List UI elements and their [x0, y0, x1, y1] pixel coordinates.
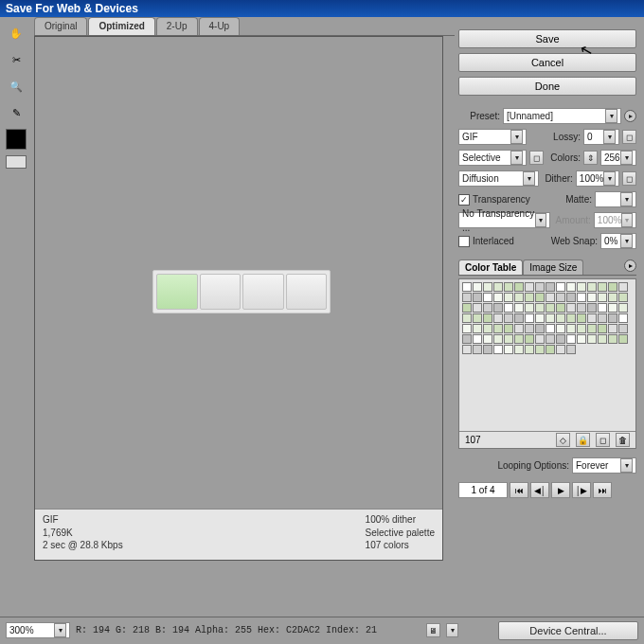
window-title: Save For Web & Devices	[0, 0, 644, 17]
cancel-button[interactable]: Cancel	[458, 53, 636, 72]
transparency-checkbox[interactable]: ✓	[458, 194, 470, 206]
looping-select[interactable]: Forever▾	[572, 457, 636, 474]
diffusion-select[interactable]: Diffusion▾	[458, 170, 539, 187]
websnap-input[interactable]: 0%▾	[600, 233, 636, 249]
dither-mask-icon[interactable]: ◻	[622, 171, 636, 186]
play-button[interactable]: ▶	[551, 482, 570, 498]
ct-lock-icon[interactable]: 🔒	[576, 433, 590, 447]
slice-tool-icon[interactable]: ✂	[6, 49, 27, 70]
lossy-mask-icon[interactable]: ◻	[622, 130, 636, 144]
websnap-label: Web Snap:	[551, 236, 598, 246]
tab-optimized[interactable]: Optimized	[88, 17, 154, 35]
save-button[interactable]: Save	[458, 29, 636, 48]
dither-label: Dither:	[545, 173, 572, 184]
foreground-color-swatch[interactable]	[6, 129, 27, 150]
status-format: GIF	[43, 513, 123, 527]
tab-4up[interactable]: 4-Up	[199, 17, 241, 35]
color-table-menu-icon[interactable]: ▸	[624, 259, 636, 272]
transparency-label: Transparency	[473, 194, 530, 205]
ct-new-icon[interactable]: ◻	[596, 433, 610, 447]
matte-label: Matte:	[565, 194, 592, 205]
preset-label: Preset:	[458, 111, 500, 121]
ct-websafe-icon[interactable]: ◇	[556, 433, 570, 447]
colors-stepper[interactable]: ⇕	[583, 151, 598, 165]
tab-image-size[interactable]: Image Size	[523, 259, 583, 275]
eyedropper-tool-icon[interactable]: ✎	[6, 102, 27, 123]
looping-label: Looping Options:	[497, 460, 569, 471]
status-palette: Selective palette	[366, 527, 435, 540]
preset-select[interactable]: [Unnamed]▾	[503, 108, 621, 124]
amount-label: Amount:	[556, 215, 591, 225]
first-frame-button[interactable]: ⏮	[510, 482, 528, 498]
status-size: 1,769K	[43, 527, 123, 540]
tab-color-table[interactable]: Color Table	[458, 259, 523, 275]
status-colors: 107 colors	[366, 539, 435, 552]
lossy-label: Lossy:	[553, 132, 581, 142]
preview-browser-menu[interactable]: ▾	[446, 623, 458, 637]
prev-frame-button[interactable]: ◀│	[530, 482, 549, 498]
color-count: 107	[465, 435, 481, 445]
frame-counter: 1 of 4	[458, 482, 508, 498]
amount-input: 100%▾	[594, 212, 636, 228]
format-select[interactable]: GIF▾	[458, 129, 527, 145]
reduction-mask-icon[interactable]: ◻	[529, 151, 544, 165]
colors-input[interactable]: 256▾	[600, 150, 636, 166]
device-central-button[interactable]: Device Central...	[498, 621, 638, 640]
lossy-input[interactable]: 0▾	[583, 129, 619, 145]
reduction-select[interactable]: Selective▾	[458, 150, 527, 166]
preview-tabs: Original Optimized 2-Up 4-Up	[34, 17, 455, 36]
preview-image	[152, 270, 331, 313]
status-time: 2 sec @ 28.8 Kbps	[43, 539, 123, 552]
last-frame-button[interactable]: ⏭	[593, 482, 612, 498]
preset-menu-icon[interactable]: ▸	[624, 110, 636, 122]
ct-trash-icon[interactable]: 🗑	[616, 433, 630, 447]
done-button[interactable]: Done	[458, 77, 636, 96]
tab-2up[interactable]: 2-Up	[156, 17, 198, 35]
dither-input[interactable]: 100%▾	[576, 170, 619, 187]
zoom-select[interactable]: 300%▾	[6, 622, 70, 638]
preview-browser-icon[interactable]: 🖥	[426, 623, 440, 637]
matte-select[interactable]: ▾	[595, 191, 636, 207]
colors-label: Colors:	[550, 152, 581, 163]
zoom-tool-icon[interactable]: 🔍	[6, 76, 27, 97]
status-dither: 100% dither	[366, 513, 435, 527]
toggle-slices-icon[interactable]	[6, 155, 27, 169]
color-table[interactable]: 107 ◇ 🔒 ◻ 🗑	[458, 278, 636, 449]
preview-canvas[interactable]: GIF 1,769K 2 sec @ 28.8 Kbps 100% dither…	[34, 36, 443, 561]
transparency-dither-select[interactable]: No Transparency ...▾	[458, 212, 550, 228]
interlaced-label: Interlaced	[473, 236, 514, 246]
tab-original[interactable]: Original	[34, 17, 87, 35]
tool-strip: ✋ ✂ 🔍 ✎	[0, 17, 32, 617]
preview-status: GIF 1,769K 2 sec @ 28.8 Kbps 100% dither…	[35, 509, 442, 560]
interlaced-checkbox[interactable]	[458, 236, 470, 247]
next-frame-button[interactable]: │▶	[572, 482, 591, 498]
hand-tool-icon[interactable]: ✋	[6, 23, 27, 44]
pixel-info: R: 194 G: 218 B: 194 Alpha: 255 Hex: C2D…	[76, 625, 420, 635]
